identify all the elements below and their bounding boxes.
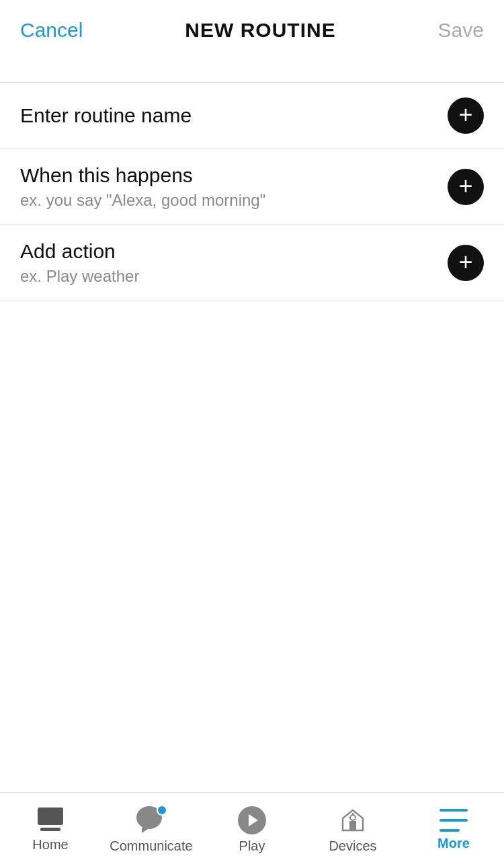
home-icon [36, 808, 65, 833]
enter-routine-name-label: Enter routine name [20, 104, 192, 127]
bottom-nav: Home Communicate Play [0, 792, 504, 866]
add-action-text: Add action ex. Play weather [20, 240, 139, 286]
when-this-happens-sublabel: ex. you say "Alexa, good morning" [20, 191, 265, 210]
add-action-row[interactable]: Add action ex. Play weather + [0, 225, 504, 301]
nav-home-label: Home [32, 837, 68, 853]
save-button[interactable]: Save [438, 19, 484, 42]
enter-routine-name-row[interactable]: Enter routine name + [0, 82, 504, 149]
plus-icon: + [458, 174, 472, 198]
play-icon [238, 806, 266, 834]
nav-item-devices[interactable]: Devices [302, 793, 403, 866]
when-this-happens-row[interactable]: When this happens ex. you say "Alexa, go… [0, 149, 504, 225]
nav-communicate-label: Communicate [110, 838, 192, 854]
more-icon [439, 809, 468, 832]
when-this-happens-label: When this happens [20, 164, 265, 187]
add-trigger-button[interactable]: + [448, 169, 484, 205]
plus-icon: + [458, 250, 472, 274]
svg-rect-0 [349, 821, 356, 830]
nav-more-label: More [437, 836, 470, 851]
nav-item-play[interactable]: Play [202, 793, 302, 866]
svg-point-1 [350, 815, 355, 820]
main-content: Enter routine name + When this happens e… [0, 55, 504, 792]
enter-routine-name-text: Enter routine name [20, 104, 192, 127]
when-this-happens-text: When this happens ex. you say "Alexa, go… [20, 164, 265, 210]
communicate-icon [136, 806, 166, 834]
devices-icon [339, 806, 367, 834]
nav-item-home[interactable]: Home [0, 793, 101, 866]
add-action-sublabel: ex. Play weather [20, 267, 139, 286]
header: Cancel NEW ROUTINE Save [0, 0, 504, 55]
add-routine-name-button[interactable]: + [448, 97, 484, 134]
nav-item-more[interactable]: More [403, 793, 504, 866]
nav-play-label: Play [239, 838, 265, 854]
nav-item-communicate[interactable]: Communicate [101, 793, 202, 866]
cancel-button[interactable]: Cancel [20, 19, 83, 42]
add-action-button[interactable]: + [448, 245, 484, 281]
nav-devices-label: Devices [329, 838, 376, 854]
add-action-label: Add action [20, 240, 139, 263]
page-title: NEW ROUTINE [185, 19, 335, 42]
plus-icon: + [458, 103, 472, 127]
